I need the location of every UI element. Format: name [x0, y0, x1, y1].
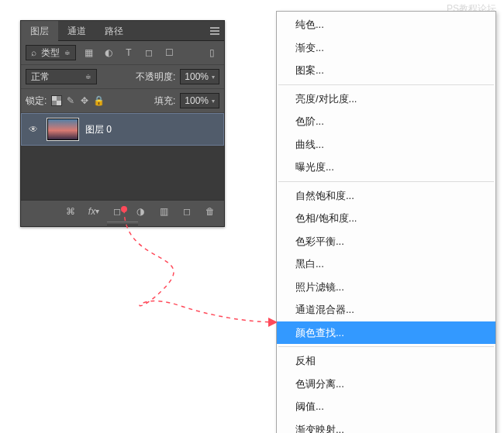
menu-separator [278, 346, 494, 347]
delete-layer-icon[interactable]: 🗑 [202, 204, 218, 219]
lock-image-icon[interactable]: ✎ [65, 95, 76, 106]
layer-filter-kind-select[interactable]: ⌕ 类型 ≑ [26, 45, 76, 60]
menu-item[interactable]: 颜色查找... [277, 321, 495, 345]
filter-adjustment-icon[interactable]: ◐ [101, 45, 116, 60]
filter-type-icon[interactable]: T [121, 45, 136, 60]
new-group-icon[interactable]: ▥ [156, 204, 171, 219]
link-layers-icon[interactable]: ⌘ [63, 204, 78, 219]
menu-item[interactable]: 渐变映射... [277, 418, 495, 434]
blend-mode-select[interactable]: 正常 ≑ [26, 69, 97, 84]
menu-separator [278, 84, 494, 85]
layer-mask-icon[interactable]: ◻ [109, 204, 125, 219]
menu-item[interactable]: 阈值... [277, 395, 495, 418]
blend-opacity-row: 正常 ≑ 不透明度: 100% ▾ [21, 65, 224, 89]
adjustment-context-menu: 纯色...渐变...图案...亮度/对比度...色阶...曲线...曝光度...… [276, 11, 496, 433]
tab-layers[interactable]: 图层 [21, 21, 58, 41]
layer-style-icon[interactable]: fx▾ [86, 204, 102, 219]
opacity-label: 不透明度: [136, 70, 175, 84]
layers-panel: 图层 通道 路径 ⌕ 类型 ≑ ▦ ◐ T ◻ ☐ ▯ 正常 ≑ 不透明度: 1… [20, 20, 225, 227]
layer-row[interactable]: 👁 图层 0 [21, 113, 224, 146]
fill-input[interactable]: 100% ▾ [180, 93, 219, 108]
menu-item[interactable]: 亮度/对比度... [277, 88, 495, 111]
new-layer-icon[interactable]: ◻ [179, 204, 195, 219]
search-icon: ⌕ [31, 47, 36, 58]
panel-tab-bar: 图层 通道 路径 [21, 21, 224, 41]
lock-all-icon[interactable]: 🔒 [93, 95, 104, 106]
menu-item[interactable]: 纯色... [277, 13, 495, 36]
menu-item[interactable]: 通道混合器... [277, 298, 495, 321]
lock-label: 锁定: [26, 95, 47, 108]
tab-paths[interactable]: 路径 [95, 21, 133, 41]
menu-item[interactable]: 色阶... [277, 110, 495, 133]
lock-transparent-icon[interactable] [51, 95, 62, 106]
menu-item[interactable]: 图案... [277, 59, 495, 82]
panel-bottom-bar: ⌘ fx▾ ◻ ◑ ▥ ◻ 🗑 [21, 200, 224, 222]
chevron-down-icon: ▾ [212, 74, 215, 81]
lock-fill-row: 锁定: ✎ ✥ 🔒 填充: 100% ▾ [21, 89, 224, 113]
tab-channels[interactable]: 通道 [58, 21, 95, 41]
layer-thumbnail[interactable] [47, 118, 79, 141]
chevron-down-icon: ≑ [85, 73, 91, 81]
layer-name[interactable]: 图层 0 [85, 123, 112, 136]
panel-resize-grip[interactable] [21, 222, 224, 226]
panel-flyout-menu-icon[interactable] [205, 25, 224, 37]
layer-filter-row: ⌕ 类型 ≑ ▦ ◐ T ◻ ☐ ▯ [21, 41, 224, 65]
visibility-eye-icon[interactable]: 👁 [26, 124, 40, 135]
menu-item[interactable]: 渐变... [277, 36, 495, 60]
menu-item[interactable]: 色彩平衡... [277, 230, 495, 253]
menu-separator [278, 181, 494, 182]
menu-item[interactable]: 曝光度... [277, 156, 495, 179]
pointer-arrow-annotation [85, 204, 295, 359]
menu-item[interactable]: 色相/饱和度... [277, 207, 495, 230]
filter-toggle-switch[interactable]: ▯ [204, 45, 219, 60]
chevron-down-icon: ≑ [64, 49, 71, 57]
menu-item[interactable]: 反相 [277, 349, 495, 373]
filter-pixel-icon[interactable]: ▦ [81, 45, 96, 60]
adjustment-layer-icon[interactable]: ◑ [133, 204, 148, 219]
menu-item[interactable]: 曲线... [277, 133, 495, 156]
lock-position-icon[interactable]: ✥ [79, 95, 90, 106]
filter-smart-icon[interactable]: ☐ [161, 45, 177, 60]
fill-label: 填充: [154, 95, 175, 108]
layer-list: 👁 图层 0 [21, 113, 224, 200]
menu-item[interactable]: 色调分离... [277, 373, 495, 396]
menu-item[interactable]: 黑白... [277, 253, 495, 276]
opacity-input[interactable]: 100% ▾ [180, 69, 219, 84]
menu-item[interactable]: 自然饱和度... [277, 184, 495, 208]
filter-shape-icon[interactable]: ◻ [141, 45, 157, 60]
chevron-down-icon: ▾ [212, 98, 215, 105]
menu-item[interactable]: 照片滤镜... [277, 276, 495, 299]
